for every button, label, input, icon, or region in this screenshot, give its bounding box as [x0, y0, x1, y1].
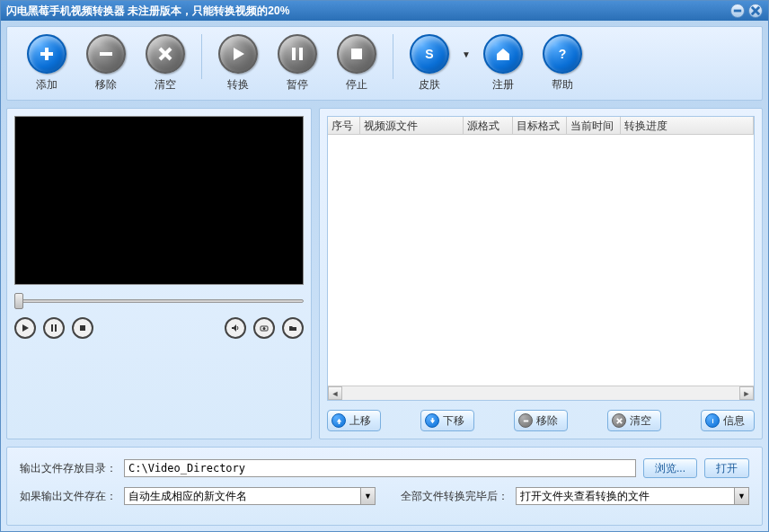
play-icon[interactable]	[14, 317, 36, 339]
video-preview[interactable]	[14, 116, 304, 285]
chevron-down-icon[interactable]: ▼	[360, 488, 375, 504]
svg-text:S: S	[425, 47, 433, 61]
output-dir-input[interactable]	[124, 459, 636, 477]
clear-button[interactable]: 清空	[138, 34, 192, 93]
output-dir-label: 输出文件存放目录：	[20, 461, 117, 476]
preview-panel	[6, 108, 312, 439]
add-button[interactable]: 添加	[20, 34, 74, 93]
col-src-format[interactable]: 源格式	[464, 117, 513, 134]
svg-rect-11	[351, 49, 362, 59]
svg-rect-16	[55, 324, 57, 332]
volume-icon[interactable]	[225, 317, 246, 339]
list-remove-button[interactable]: 移除	[514, 410, 568, 431]
open-folder-button[interactable]: 打开	[704, 458, 749, 478]
svg-marker-22	[429, 417, 434, 422]
seek-thumb[interactable]	[14, 293, 23, 309]
svg-point-20	[263, 327, 266, 330]
svg-marker-21	[336, 418, 340, 423]
svg-marker-18	[232, 324, 236, 332]
after-done-select[interactable]: 打开文件夹查看转换的文件 ▼	[516, 487, 749, 505]
info-icon: i	[705, 413, 720, 428]
close-button[interactable]	[748, 4, 763, 18]
after-done-label: 全部文件转换完毕后：	[401, 489, 508, 504]
table-header: 序号 视频源文件 源格式 目标格式 当前时间 转换进度	[328, 117, 754, 135]
horizontal-scrollbar[interactable]: ◄ ►	[328, 386, 754, 400]
folder-icon[interactable]	[282, 317, 304, 339]
main-toolbar: 添加 移除 清空 转换 暂停 停止 S 皮肤 ▼ 注	[6, 26, 763, 101]
separator	[201, 34, 202, 79]
app-window: 闪电黑莓手机视频转换器 未注册版本，只能转换视频的20% 添加 移除 清空 转换…	[0, 0, 769, 532]
output-settings-panel: 输出文件存放目录： 浏览... 打开 如果输出文件存在： 自动生成相应的新文件名…	[6, 447, 763, 526]
svg-marker-14	[22, 324, 29, 332]
scroll-right-icon[interactable]: ►	[739, 386, 754, 400]
list-clear-button[interactable]: 清空	[607, 410, 661, 431]
minimize-button[interactable]	[730, 4, 745, 18]
titlebar[interactable]: 闪电黑莓手机视频转换器 未注册版本，只能转换视频的20%	[1, 1, 768, 21]
pause-icon[interactable]	[43, 317, 65, 339]
table-body[interactable]	[328, 135, 754, 386]
svg-rect-15	[51, 324, 53, 332]
stop-button[interactable]: 停止	[330, 34, 384, 93]
col-progress[interactable]: 转换进度	[621, 117, 754, 134]
skin-button[interactable]: S 皮肤	[402, 34, 456, 93]
if-exists-label: 如果输出文件存在：	[20, 489, 117, 504]
move-up-button[interactable]: 上移	[327, 410, 381, 431]
snapshot-icon[interactable]	[253, 317, 275, 339]
file-table[interactable]: 序号 视频源文件 源格式 目标格式 当前时间 转换进度 ◄ ►	[327, 116, 755, 401]
svg-text:i: i	[712, 417, 713, 425]
col-dst-format[interactable]: 目标格式	[513, 117, 567, 134]
svg-rect-17	[80, 325, 85, 331]
col-index[interactable]: 序号	[328, 117, 360, 134]
svg-marker-8	[234, 48, 244, 60]
if-exists-select[interactable]: 自动生成相应的新文件名 ▼	[124, 487, 376, 505]
skin-dropdown-icon[interactable]: ▼	[462, 34, 471, 74]
col-source[interactable]: 视频源文件	[360, 117, 464, 134]
move-down-button[interactable]: 下移	[420, 410, 474, 431]
window-title: 闪电黑莓手机视频转换器 未注册版本，只能转换视频的20%	[6, 4, 730, 19]
x-icon	[612, 413, 626, 428]
pause-button[interactable]: 暂停	[270, 34, 324, 93]
info-button[interactable]: i信息	[701, 410, 755, 431]
stop-icon[interactable]	[72, 317, 93, 339]
register-button[interactable]: 注册	[476, 34, 530, 93]
minus-icon	[518, 413, 533, 428]
col-time[interactable]: 当前时间	[567, 117, 621, 134]
svg-rect-10	[299, 48, 303, 60]
arrow-down-icon	[425, 413, 439, 428]
help-button[interactable]: ? 帮助	[535, 34, 589, 93]
remove-button[interactable]: 移除	[79, 34, 133, 93]
seek-slider[interactable]	[14, 292, 304, 310]
convert-button[interactable]: 转换	[211, 34, 265, 93]
arrow-up-icon	[331, 413, 346, 428]
scroll-left-icon[interactable]: ◄	[328, 386, 342, 400]
separator	[393, 34, 393, 79]
svg-text:?: ?	[559, 47, 567, 61]
browse-button[interactable]: 浏览...	[643, 458, 697, 478]
file-list-panel: 序号 视频源文件 源格式 目标格式 当前时间 转换进度 ◄ ► 上移 下移 移除	[319, 108, 763, 439]
chevron-down-icon[interactable]: ▼	[734, 488, 748, 504]
svg-rect-9	[292, 48, 296, 60]
